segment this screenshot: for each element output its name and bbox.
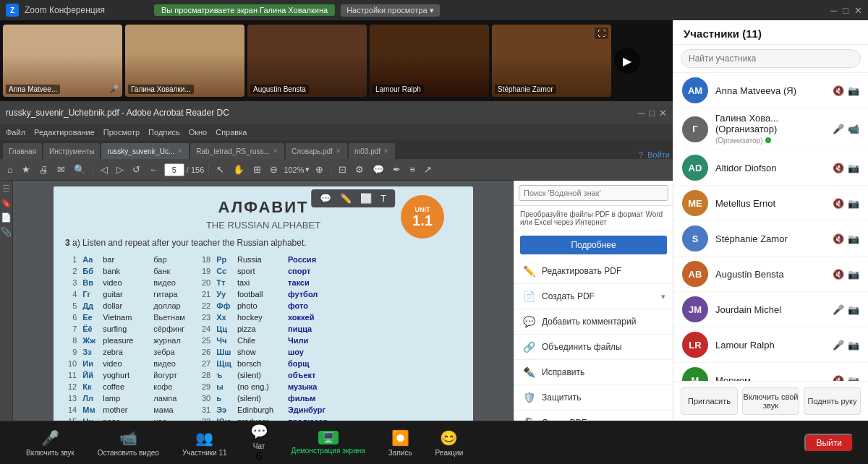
acrobat-search-input[interactable] [519, 185, 668, 201]
row-num: 4 [65, 288, 80, 300]
record-label: Запись [388, 449, 412, 457]
tab-rab[interactable]: Rab_tetrad_RS_russ...✕ [190, 143, 284, 159]
annotation-comment-btn[interactable]: 💬 [317, 192, 334, 205]
mic-btn[interactable]: 🎤 Включить звук [14, 429, 86, 457]
toolbar-bookmark-btn[interactable]: ★ [19, 163, 33, 176]
mic-label: Включить звук [26, 449, 75, 457]
participants-footer: Пригласить Включить свой звук Поднять ру… [673, 381, 868, 421]
menu-file[interactable]: Файл [6, 128, 25, 137]
toolbar-cursor-btn[interactable]: ↖ [213, 163, 227, 176]
toolbar-rotate-btn[interactable]: ↺ [129, 163, 143, 176]
page-separator: / [187, 166, 189, 174]
toolbar-email-btn[interactable]: ✉ [54, 163, 68, 176]
page-input[interactable] [164, 163, 184, 176]
tab-m03-close[interactable]: ✕ [383, 147, 389, 155]
toolbar-share-btn[interactable]: ↗ [421, 163, 435, 176]
zoom-dropdown-icon[interactable]: ▾ [305, 165, 310, 174]
reactions-icon: 😊 [440, 429, 458, 447]
toolbar-back-btn[interactable]: ← [146, 163, 161, 176]
pdf-minimize-btn[interactable]: ─ [638, 108, 644, 119]
menu-window[interactable]: Окно [189, 128, 208, 137]
leave-btn[interactable]: Выйти [804, 434, 854, 452]
tool-label-3: Объединить файлы [542, 342, 622, 352]
video-next-btn[interactable]: ▶ [614, 48, 640, 74]
row-num2: 27 [197, 358, 213, 369]
panel-layers-btn[interactable]: ☰ [2, 184, 10, 194]
record-tool: ⏺️ Запись [377, 429, 424, 457]
panel-pages-btn[interactable]: 📄 [1, 212, 12, 223]
menu-help[interactable]: Справка [216, 128, 247, 137]
toolbar-zoomout-btn[interactable]: ⊖ [267, 163, 281, 176]
reactions-btn[interactable]: 😊 Реакции [424, 429, 475, 457]
menu-view[interactable]: Просмотр [103, 128, 140, 137]
row-num: 13 [65, 392, 80, 404]
row-eng2: Russia [234, 254, 285, 265]
row-letter: Жж [80, 335, 100, 346]
tab-slovar[interactable]: Словарь.pdf✕ [286, 143, 347, 159]
fullscreen-icon[interactable]: ⛶ [595, 27, 608, 39]
toolbar-zoomin-btn[interactable]: ⊕ [312, 163, 326, 176]
row-eng: coffee [100, 381, 150, 392]
panel-bookmarks-btn[interactable]: 🔖 [1, 198, 12, 208]
acrobat-tool-3[interactable]: 🔗 Объединить файлы [514, 335, 673, 360]
minimize-btn[interactable]: ─ [830, 5, 837, 16]
menu-sign[interactable]: Подпись [148, 128, 180, 137]
row-letter: Нн [80, 416, 100, 421]
tab-slovar-label: Словарь.pdf [292, 147, 333, 155]
participants-search-input[interactable] [681, 49, 861, 68]
details-btn[interactable]: Подробнее [520, 236, 667, 254]
invite-btn[interactable]: Пригласить [681, 387, 738, 415]
pdf-close-btn[interactable]: ✕ [659, 108, 667, 119]
participant-avatar-2: AD [682, 155, 708, 181]
toolbar-select-btn[interactable]: ⊞ [250, 163, 264, 176]
participants-btn[interactable]: 👥 Участники 11 [171, 429, 239, 457]
share-btn[interactable]: 🖥️ Демонстрация экрана [280, 431, 377, 455]
toolbar-more-btn[interactable]: ≡ [407, 163, 418, 176]
toolbar-search-btn[interactable]: 🔍 [71, 163, 88, 176]
acrobat-tool-2[interactable]: 💬 Добавить комментарий [514, 309, 673, 335]
tab-slovar-close[interactable]: ✕ [336, 147, 341, 155]
annotation-shapes-btn[interactable]: ⬜ [357, 192, 375, 205]
video-btn[interactable]: 📹 Остановить видео [86, 429, 171, 457]
toolbar-pen-btn[interactable]: ✒ [390, 163, 404, 176]
tab-russky-close[interactable]: ✕ [177, 147, 183, 155]
login-btn[interactable]: Войти [647, 150, 670, 159]
annotation-text-btn[interactable]: T [378, 192, 389, 205]
pdf-restore-btn[interactable]: □ [649, 108, 655, 119]
row-num2: 22 [197, 300, 213, 312]
toolbar-hand-btn[interactable]: ✋ [230, 163, 247, 176]
chat-btn[interactable]: 💬 Чат [239, 423, 280, 450]
acrobat-tool-6[interactable]: 🗜️ Сжать PDF [514, 411, 673, 421]
menu-edit[interactable]: Редактирование [34, 128, 95, 137]
table-row: 7 Ёё surfing сёрфинг 24 Цц pizza пицца [65, 323, 461, 335]
acrobat-tool-4[interactable]: ✒️ Исправить [514, 360, 673, 385]
row-rus2: Россия [285, 254, 461, 265]
settings-button[interactable]: Настройки просмотра ▾ [341, 4, 439, 17]
tab-m03[interactable]: m03.pdf✕ [349, 143, 395, 159]
acrobat-tool-0[interactable]: ✏️ Редактировать PDF [514, 259, 673, 284]
toolbar-comment-btn[interactable]: 💬 [370, 163, 387, 176]
acrobat-tool-5[interactable]: 🛡️ Защитить [514, 385, 673, 411]
raise-hand-btn[interactable]: Поднять руку [804, 387, 861, 415]
record-btn[interactable]: ⏺️ Запись [377, 429, 424, 457]
acrobat-tool-1[interactable]: 📄 Создать PDF ▾ [514, 284, 673, 309]
toolbar-prev-btn[interactable]: ◁ [98, 163, 111, 176]
toolbar-print-btn[interactable]: 🖨 [36, 163, 51, 176]
toolbar-fitpage-btn[interactable]: ⊡ [336, 163, 349, 176]
toolbar-tools-btn[interactable]: ⚙ [352, 163, 367, 176]
maximize-btn[interactable]: □ [843, 5, 848, 16]
toolbar-next-btn[interactable]: ▷ [114, 163, 127, 176]
acrobat-tools-list: ✏️ Редактировать PDF 📄 Создать PDF ▾ 💬 Д… [514, 259, 673, 421]
panel-attachments-btn[interactable]: 📎 [1, 227, 12, 237]
unmute-btn[interactable]: Включить свой звук [742, 387, 799, 415]
annotation-draw-btn[interactable]: ✏️ [337, 192, 354, 205]
tab-russky[interactable]: russky_suvenir_Uc...✕ [101, 143, 189, 159]
tab-help-icon[interactable]: ? [639, 150, 643, 159]
toolbar-home-btn[interactable]: ⌂ [4, 163, 16, 176]
pdf-left-panel: ☰ 🔖 📄 📎 [0, 181, 13, 421]
close-btn[interactable]: ✕ [854, 5, 862, 16]
share-icon: 🖥️ [318, 431, 339, 444]
tab-tools[interactable]: Инструменты [43, 143, 100, 159]
tab-rab-close[interactable]: ✕ [273, 147, 278, 155]
tab-home[interactable]: Главная [3, 143, 42, 159]
